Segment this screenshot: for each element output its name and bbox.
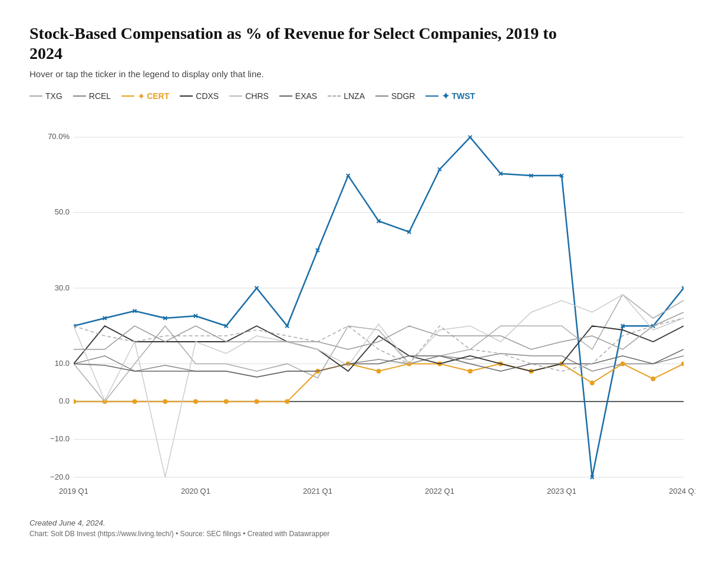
- footer-created: Created June 4, 2024.: [29, 518, 690, 527]
- svg-point-68: [224, 399, 229, 404]
- svg-point-76: [468, 369, 473, 374]
- chart-subtitle: Hover or tap the ticker in the legend to…: [29, 69, 690, 79]
- legend-item-txg[interactable]: TXG: [29, 91, 62, 101]
- svg-point-80: [590, 381, 595, 385]
- legend-item-twst[interactable]: ✦ TWST: [426, 90, 475, 103]
- svg-text:10.0: 10.0: [55, 359, 70, 368]
- svg-point-73: [377, 369, 381, 374]
- svg-text:2024 Q1: 2024 Q1: [669, 487, 695, 495]
- legend: TXG RCEL ✦ CERT CDXS CHRS EXAS LNZA SDGR…: [29, 90, 690, 103]
- svg-text:2021 Q1: 2021 Q1: [303, 487, 332, 495]
- footer-source: Chart: Solt DB Invest (https://www.livin…: [29, 530, 690, 538]
- legend-item-chrs[interactable]: CHRS: [229, 91, 269, 101]
- legend-item-lnza[interactable]: LNZA: [328, 91, 365, 101]
- legend-label-rcel: RCEL: [89, 91, 111, 101]
- svg-text:−20.0: −20.0: [50, 473, 70, 481]
- legend-label-txg: TXG: [45, 91, 62, 101]
- svg-text:−10.0: −10.0: [50, 434, 70, 443]
- legend-item-sdgr[interactable]: SDGR: [375, 91, 415, 101]
- chart-area: 70.0% 50.0 30.0 10.0 0.0 −10.0 −20.0 201…: [35, 112, 695, 513]
- svg-point-66: [163, 399, 167, 404]
- legend-item-cert[interactable]: ✦ CERT: [121, 91, 169, 102]
- svg-rect-0: [74, 115, 684, 480]
- legend-label-chrs: CHRS: [245, 91, 269, 101]
- legend-label-exas: EXAS: [295, 91, 317, 101]
- svg-point-83: [681, 362, 686, 366]
- legend-label-twst: TWST: [451, 91, 475, 101]
- svg-point-82: [651, 376, 655, 381]
- svg-text:2023 Q1: 2023 Q1: [547, 487, 576, 495]
- svg-text:2022 Q1: 2022 Q1: [425, 487, 454, 495]
- legend-label-lnza: LNZA: [344, 91, 365, 101]
- legend-label-cdxs: CDXS: [196, 91, 219, 101]
- svg-text:30.0: 30.0: [55, 283, 70, 292]
- legend-item-rcel[interactable]: RCEL: [73, 91, 111, 101]
- legend-item-exas[interactable]: EXAS: [279, 91, 317, 101]
- svg-text:70.0%: 70.0%: [48, 132, 70, 141]
- svg-text:2019 Q1: 2019 Q1: [59, 487, 88, 495]
- svg-point-69: [255, 399, 259, 404]
- svg-text:0.0: 0.0: [59, 397, 70, 405]
- legend-item-cdxs[interactable]: CDXS: [180, 91, 219, 101]
- chart-title: Stock-Based Compensation as % of Revenue…: [29, 24, 560, 63]
- svg-text:50.0: 50.0: [55, 207, 70, 216]
- svg-point-63: [71, 399, 76, 404]
- svg-point-67: [193, 399, 198, 404]
- legend-label-sdgr: SDGR: [391, 91, 415, 101]
- svg-point-81: [621, 362, 625, 366]
- legend-label-cert: CERT: [147, 91, 169, 101]
- svg-text:2020 Q1: 2020 Q1: [181, 487, 210, 495]
- svg-point-70: [285, 399, 289, 404]
- svg-point-65: [133, 399, 137, 404]
